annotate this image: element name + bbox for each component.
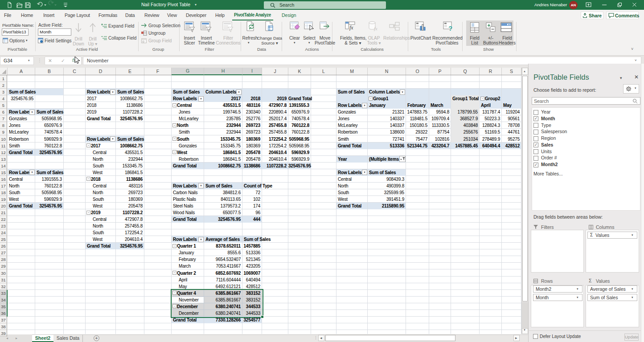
svg-text:fx: fx (349, 24, 353, 31)
svg-text:?: ? (448, 24, 452, 32)
svg-text:fx: fx (374, 26, 377, 31)
